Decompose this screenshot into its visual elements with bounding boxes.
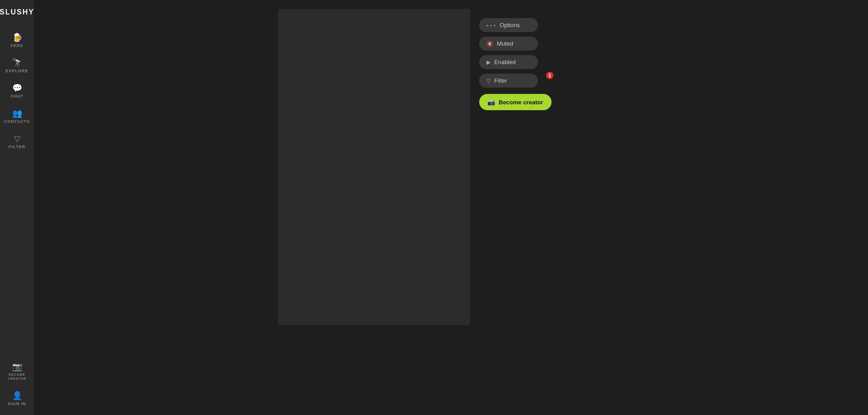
explore-label: EXPLORE [5,69,28,73]
controls-panel: Options 🔇 Muted ▶ Enabled ▽ Filter 1 📷 B… [479,18,552,110]
chat-label: CHAT [10,94,23,98]
feed-icon: 🍺 [12,33,22,42]
sidebar-item-sign-in[interactable]: 👤 SIGN IN [0,387,34,410]
play-icon: ▶ [486,59,491,65]
contacts-icon: 👥 [12,109,22,117]
app-logo: SLUSHY [0,5,34,20]
feed-label: FEED [10,43,23,48]
muted-label: Muted [497,40,513,47]
become-creator-sidebar-label: BECOME CREATOR [0,373,34,381]
muted-button[interactable]: 🔇 Muted [479,37,538,51]
sidebar-item-filter[interactable]: ▽ FILTER [0,130,34,154]
filter-icon: ▽ [14,135,20,143]
filter-badge: 1 [546,72,553,79]
sidebar-item-explore[interactable]: 🔭 EXPLORE [0,54,34,78]
sidebar-bottom: 📷 BECOME CREATOR 👤 SIGN IN [0,358,34,415]
sidebar-item-become-creator[interactable]: 📷 BECOME CREATOR [0,358,34,385]
become-creator-sidebar-icon: 📷 [12,363,22,371]
become-creator-label: Become creator [499,99,543,106]
filter-funnel-icon: ▽ [486,78,491,84]
sidebar-item-contacts[interactable]: 👥 CONTACTS [0,105,34,128]
sign-in-icon: 👤 [12,392,22,400]
explore-icon: 🔭 [12,59,22,67]
chat-icon: 💬 [12,84,22,92]
main-content: Options 🔇 Muted ▶ Enabled ▽ Filter 1 📷 B… [34,0,868,415]
filter-wrapper: ▽ Filter 1 [479,74,552,88]
sign-in-label: SIGN IN [8,401,26,406]
mute-icon: 🔇 [486,41,493,47]
options-button[interactable]: Options [479,18,538,32]
options-label: Options [500,22,520,28]
sidebar: SLUSHY 🍺 FEED 🔭 EXPLORE 💬 CHAT 👥 CONTACT… [0,0,34,415]
sidebar-nav: 🍺 FEED 🔭 EXPLORE 💬 CHAT 👥 CONTACTS ▽ FIL… [0,29,34,358]
filter-button-label: Filter [494,77,507,84]
enabled-button[interactable]: ▶ Enabled [479,55,538,69]
become-creator-button[interactable]: 📷 Become creator [479,94,552,110]
filter-label: FILTER [9,145,25,149]
enabled-label: Enabled [494,59,516,65]
dots-icon [486,22,496,28]
camera-icon: 📷 [487,98,495,106]
sidebar-item-feed[interactable]: 🍺 FEED [0,29,34,52]
contacts-label: CONTACTS [4,119,30,124]
filter-button[interactable]: ▽ Filter [479,74,538,88]
video-container [278,9,470,325]
sidebar-item-chat[interactable]: 💬 CHAT [0,79,34,103]
